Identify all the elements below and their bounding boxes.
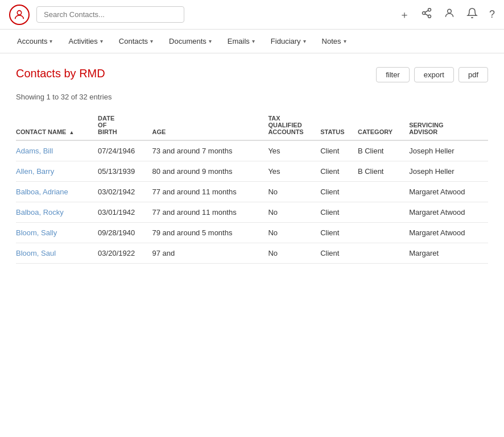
- cell-category: B Client: [358, 161, 409, 182]
- nav-item-fiduciary[interactable]: Fiduciary ▾: [263, 30, 314, 53]
- cell-status: Client: [320, 182, 358, 202]
- cell-advisor: Margaret Atwood: [409, 202, 488, 223]
- chevron-down-icon: ▾: [209, 38, 212, 44]
- cell-name: Balboa, Rocky: [16, 202, 98, 223]
- page-header-row: Contacts by RMD filter export pdf: [16, 67, 488, 89]
- contact-link[interactable]: Allen, Barry: [16, 167, 54, 176]
- share-icon[interactable]: [421, 7, 432, 22]
- cell-category: [358, 223, 409, 243]
- search-input[interactable]: [36, 6, 184, 23]
- table-row: Balboa, Rocky 03/01/1942 77 and around 1…: [16, 202, 488, 223]
- cell-category: B Client: [358, 140, 409, 161]
- cell-age: 77 and around 11 months: [152, 202, 268, 223]
- cell-category: [358, 243, 409, 264]
- cell-status: Client: [320, 161, 358, 182]
- avatar[interactable]: [9, 5, 30, 25]
- table-header: CONTACT NAME ▲ DATEOFBIRTH AGE TAXQUALIF…: [16, 110, 488, 140]
- svg-point-6: [448, 9, 452, 13]
- nav-item-notes[interactable]: Notes ▾: [314, 30, 354, 53]
- sort-icon[interactable]: ▲: [69, 130, 74, 135]
- cell-advisor: Margaret Atwood: [409, 223, 488, 243]
- contact-link[interactable]: Bloom, Sally: [16, 228, 57, 237]
- chevron-down-icon: ▾: [344, 38, 346, 44]
- help-icon[interactable]: ?: [489, 9, 495, 20]
- table-row: Allen, Barry 05/13/1939 80 and around 9 …: [16, 161, 488, 182]
- cell-status: Client: [320, 243, 358, 264]
- nav-bar: Accounts ▾ Activities ▾ Contacts ▾ Docum…: [0, 30, 504, 53]
- filter-button[interactable]: filter: [376, 67, 410, 82]
- chevron-down-icon: ▾: [49, 38, 52, 44]
- bell-icon[interactable]: [466, 7, 478, 22]
- cell-advisor: Margaret: [409, 243, 488, 264]
- pdf-button[interactable]: pdf: [458, 67, 488, 82]
- cell-tqa: No: [268, 243, 320, 264]
- contact-link[interactable]: Balboa, Rocky: [16, 208, 64, 217]
- cell-dob: 03/02/1942: [98, 182, 152, 202]
- page-title: Contacts by RMD: [16, 67, 376, 80]
- table-row: Bloom, Sally 09/28/1940 79 and around 5 …: [16, 223, 488, 243]
- cell-advisor: Joseph Heller: [409, 140, 488, 161]
- nav-label-documents: Documents: [169, 37, 206, 45]
- table-row: Bloom, Saul 03/20/1922 97 and No Client …: [16, 243, 488, 264]
- nav-item-activities[interactable]: Activities ▾: [60, 30, 110, 53]
- svg-line-5: [425, 10, 428, 12]
- svg-point-0: [17, 10, 21, 14]
- cell-age: 77 and around 11 months: [152, 182, 268, 202]
- col-header-name: CONTACT NAME ▲: [16, 110, 98, 140]
- cell-tqa: No: [268, 202, 320, 223]
- contacts-table: CONTACT NAME ▲ DATEOFBIRTH AGE TAXQUALIF…: [16, 110, 488, 264]
- cell-dob: 03/20/1922: [98, 243, 152, 264]
- export-button[interactable]: export: [414, 67, 454, 82]
- top-icons: ＋ ?: [399, 7, 495, 22]
- toolbar: filter export pdf: [376, 67, 488, 82]
- plus-icon[interactable]: ＋: [399, 8, 410, 22]
- nav-label-fiduciary: Fiduciary: [271, 37, 301, 45]
- cell-name: Balboa, Adriane: [16, 182, 98, 202]
- nav-label-emails: Emails: [228, 37, 250, 45]
- col-header-age: AGE: [152, 110, 268, 140]
- table-row: Balboa, Adriane 03/02/1942 77 and around…: [16, 182, 488, 202]
- cell-age: 97 and: [152, 243, 268, 264]
- contact-link[interactable]: Adams, Bill: [16, 147, 53, 155]
- cell-status: Client: [320, 202, 358, 223]
- nav-label-contacts: Contacts: [119, 37, 148, 45]
- chevron-down-icon: ▾: [252, 38, 255, 44]
- cell-status: Client: [320, 223, 358, 243]
- nav-item-contacts[interactable]: Contacts ▾: [111, 30, 161, 53]
- svg-point-2: [422, 12, 425, 15]
- cell-tqa: Yes: [268, 161, 320, 182]
- cell-category: [358, 182, 409, 202]
- cell-name: Bloom, Saul: [16, 243, 98, 264]
- cell-dob: 05/13/1939: [98, 161, 152, 182]
- person-icon[interactable]: [444, 7, 455, 22]
- chevron-down-icon: ▾: [150, 38, 153, 44]
- top-bar: ＋ ?: [0, 0, 504, 30]
- nav-label-activities: Activities: [68, 37, 97, 45]
- contact-link[interactable]: Bloom, Saul: [16, 249, 56, 257]
- col-header-category: CATEGORY: [358, 110, 409, 140]
- entries-info: Showing 1 to 32 of 32 entries: [16, 93, 488, 101]
- contact-link[interactable]: Balboa, Adriane: [16, 188, 68, 196]
- nav-label-notes: Notes: [322, 37, 341, 45]
- cell-advisor: Joseph Heller: [409, 161, 488, 182]
- cell-age: 73 and around 7 months: [152, 140, 268, 161]
- col-header-dob: DATEOFBIRTH: [98, 110, 152, 140]
- nav-label-accounts: Accounts: [17, 37, 47, 45]
- cell-name: Bloom, Sally: [16, 223, 98, 243]
- nav-item-accounts[interactable]: Accounts ▾: [9, 30, 60, 53]
- cell-tqa: Yes: [268, 140, 320, 161]
- content-area: Contacts by RMD filter export pdf Showin…: [0, 53, 504, 277]
- cell-tqa: No: [268, 223, 320, 243]
- cell-status: Client: [320, 140, 358, 161]
- nav-item-documents[interactable]: Documents ▾: [161, 30, 220, 53]
- nav-item-emails[interactable]: Emails ▾: [220, 30, 263, 53]
- col-header-tqa: TAXQUALIFIEDACCOUNTS: [268, 110, 320, 140]
- table-body: Adams, Bill 07/24/1946 73 and around 7 m…: [16, 140, 488, 264]
- cell-tqa: No: [268, 182, 320, 202]
- svg-line-4: [425, 14, 428, 15]
- table-row: Adams, Bill 07/24/1946 73 and around 7 m…: [16, 140, 488, 161]
- svg-point-3: [428, 15, 431, 18]
- chevron-down-icon: ▾: [303, 38, 306, 44]
- cell-name: Allen, Barry: [16, 161, 98, 182]
- col-header-status: STATUS: [320, 110, 358, 140]
